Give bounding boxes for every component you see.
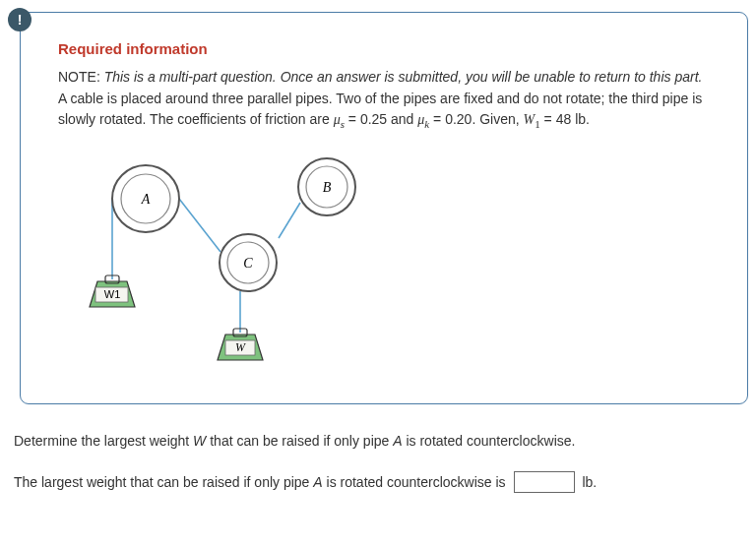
problem-description: A cable is placed around three parallel …	[58, 89, 710, 132]
label-w1: W1	[104, 288, 121, 300]
label-b: B	[323, 180, 332, 195]
label-c: C	[243, 256, 253, 271]
answer-input[interactable]	[514, 471, 575, 493]
q-post: is rotated counterclockwise.	[403, 433, 576, 449]
ans-mid: is rotated counterclockwise is	[323, 474, 510, 490]
q-var-a: A	[393, 433, 402, 449]
note-body: This is a multi-part question. Once an a…	[104, 69, 703, 85]
mu-s-value: = 0.25 and	[345, 111, 417, 127]
ans-var-a: A	[313, 474, 322, 490]
question-text: Determine the largest weight W that can …	[8, 430, 748, 452]
mu-s-symbol: μ	[334, 112, 341, 127]
w-symbol: W	[524, 112, 536, 127]
alert-icon: !	[8, 8, 32, 31]
svg-line-2	[279, 203, 300, 238]
required-info-heading: Required information	[58, 40, 710, 57]
q-pre: Determine the largest weight	[14, 433, 193, 449]
label-w: W	[235, 340, 246, 354]
desc-rest: = 0.20. Given,	[429, 111, 523, 127]
note-text: NOTE: This is a multi-part question. Onc…	[58, 67, 710, 87]
label-a: A	[141, 192, 151, 207]
q-mid: that can be raised if only pipe	[206, 433, 393, 449]
svg-line-1	[179, 199, 220, 252]
answer-prompt: The largest weight that can be raised if…	[8, 470, 748, 495]
w-value: = 48 lb.	[540, 111, 590, 127]
pipes-diagram: A B C W1 W	[68, 150, 403, 376]
note-label: NOTE:	[58, 69, 100, 85]
info-card: Required information NOTE: This is a mul…	[20, 12, 748, 404]
ans-pre: The largest weight that can be raised if…	[14, 474, 313, 490]
q-var-w: W	[193, 433, 206, 449]
ans-unit: lb.	[579, 474, 598, 490]
